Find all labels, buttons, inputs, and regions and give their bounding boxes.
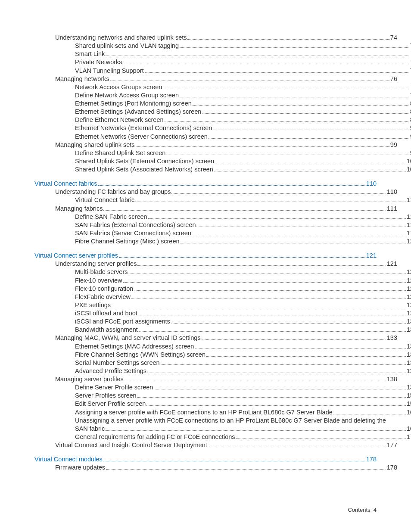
toc-leader-dots [180, 97, 409, 97]
toc-entry: Assigning a server profile with FCoE con… [34, 408, 411, 417]
toc-entry-page: 111 [387, 205, 397, 213]
toc-entry-page: 74 [390, 34, 397, 42]
toc-entry: VLAN Tunneling Support75 [34, 67, 411, 75]
toc-entry: Multi-blade servers123 [34, 268, 411, 276]
toc-entry-page: 111 [407, 213, 411, 221]
toc-leader-dots [166, 155, 409, 155]
toc-entry-label: Managing MAC, WWN, and server virtual ID… [55, 334, 201, 342]
page-footer: Contents 4 [348, 507, 377, 513]
toc-leader-dots [103, 210, 386, 211]
toc-entry-label: Managing server profiles [55, 375, 124, 383]
toc-entry: Network Access Groups screen77 [34, 83, 411, 91]
toc-entry-label: Unassigning a server profile with FCoE c… [75, 417, 386, 425]
toc-entry-page: 108 [407, 165, 411, 174]
toc-entry: Shared Uplink Sets (Associated Networks)… [34, 165, 411, 174]
toc-leader-dots [215, 163, 406, 163]
toc-entry-label: Network Access Groups screen [75, 83, 162, 91]
toc-entry: Understanding server profiles121 [34, 260, 397, 268]
toc-entry-page: 130 [407, 317, 411, 326]
toc-entry-label: iSCSI and FCoE port assignments [75, 317, 170, 326]
toc-entry-label: Managing networks [55, 75, 109, 83]
toc-entry[interactable]: Virtual Connect server profiles121 [34, 252, 377, 260]
toc-leader-dots [135, 202, 405, 202]
toc-entry-label: VLAN Tunneling Support [75, 67, 144, 75]
toc-entry[interactable]: Virtual Connect modules178 [34, 455, 377, 464]
toc-leader-dots [138, 315, 406, 315]
toc-entry-label: FlexFabric overview [75, 293, 131, 301]
toc-entry-page: 138 [387, 375, 397, 383]
toc-entry: Managing fabrics111 [34, 205, 397, 213]
toc-entry: iSCSI and FCoE port assignments130 [34, 317, 411, 326]
toc-leader-dots [171, 193, 386, 194]
toc-entry-label: Virtual Connect server profiles [34, 252, 118, 260]
table-of-contents: Understanding networks and shared uplink… [34, 34, 377, 472]
toc-leader-dots [192, 235, 406, 235]
toc-entry-label: Define Ethernet Network screen [75, 116, 164, 124]
toc-leader-dots [161, 364, 406, 365]
toc-entry-page: 121 [366, 252, 377, 260]
toc-entry: Managing networks76 [34, 75, 397, 83]
toc-entry: Private Networks75 [34, 58, 411, 66]
toc-leader-dots [125, 381, 386, 381]
toc-leader-dots [214, 171, 406, 171]
toc-entry: Virtual Connect fabric110 [34, 196, 411, 204]
toc-entry-label: Managing shared uplink sets [55, 141, 135, 149]
toc-entry-page: 128 [407, 309, 411, 317]
toc-entry: SAN fabric169 [34, 425, 411, 433]
toc-leader-dots [123, 282, 406, 283]
toc-entry-label: Managing fabrics [55, 205, 103, 213]
toc-entry: Shared uplink sets and VLAN tagging74 [34, 42, 411, 50]
toc-entry-label: Fibre Channel Settings (Misc.) screen [75, 237, 180, 246]
toc-entry: Serial Number Settings screen136 [34, 359, 411, 367]
toc-entry-label: Understanding server profiles [55, 260, 137, 268]
toc-entry-page: 178 [366, 455, 377, 464]
toc-entry-label: Virtual Connect and Insight Control Serv… [55, 441, 207, 449]
toc-leader-dots [165, 121, 409, 122]
toc-entry-page: 138 [407, 383, 411, 392]
toc-leader-dots [139, 331, 406, 332]
toc-entry-label: Smart Link [75, 50, 105, 58]
toc-entry[interactable]: Virtual Connect fabrics110 [34, 180, 377, 188]
toc-entry-label: Bandwidth assignment [75, 326, 138, 334]
toc-leader-dots [134, 290, 405, 291]
toc-entry: Shared Uplink Sets (External Connections… [34, 157, 411, 165]
toc-entry-page: 123 [407, 268, 411, 276]
toc-entry-label: Flex-10 overview [75, 277, 122, 285]
toc-entry: Fibre Channel Settings (Misc.) screen120 [34, 237, 411, 246]
toc-entry: Define Network Access Group screen79 [34, 91, 411, 100]
toc-entry-label: Edit Server Profile screen [75, 400, 146, 408]
toc-entry: Define SAN Fabric screen111 [34, 213, 411, 221]
toc-entry-page: 177 [387, 441, 397, 449]
toc-entry-label: SAN Fabrics (Server Connections) screen [75, 229, 191, 237]
toc-entry-page: 117 [407, 221, 411, 229]
toc-leader-dots [202, 113, 409, 114]
toc-entry-label: Serial Number Settings screen [75, 359, 160, 367]
toc-leader-dots [119, 257, 365, 258]
toc-entry-page: 178 [387, 464, 397, 472]
toc-leader-dots [195, 348, 405, 348]
toc-leader-dots [171, 323, 406, 324]
toc-entry: Fibre Channel Settings (WWN Settings) sc… [34, 351, 411, 359]
toc-entry-label: Ethernet Settings (Advanced Settings) sc… [75, 108, 201, 116]
toc-leader-dots [154, 389, 405, 389]
toc-entry-page: 174 [407, 433, 411, 441]
toc-entry-page: 137 [407, 367, 411, 375]
toc-leader-dots [129, 274, 406, 274]
toc-leader-dots [137, 397, 406, 398]
toc-leader-dots [202, 339, 386, 340]
toc-leader-dots [98, 185, 365, 186]
toc-leader-dots [146, 405, 405, 406]
toc-entry: Edit Server Profile screen157 [34, 400, 411, 408]
toc-entry-page: 99 [390, 141, 397, 149]
toc-entry-page: 136 [407, 359, 411, 367]
toc-entry: Smart Link75 [34, 50, 411, 58]
toc-entry-label: Flex-10 configuration [75, 285, 133, 293]
toc-entry-label: Understanding FC fabrics and bay groups [55, 188, 171, 196]
toc-entry-page: 120 [407, 237, 411, 246]
toc-entry: SAN Fabrics (External Connections) scree… [34, 221, 411, 229]
toc-leader-dots [236, 439, 406, 439]
toc-entry-page: 135 [407, 351, 411, 359]
toc-entry: Define Server Profile screen138 [34, 383, 411, 392]
toc-entry-label: Fibre Channel Settings (WWN Settings) sc… [75, 351, 206, 359]
toc-entry-label: iSCSI offload and boot [75, 309, 137, 317]
